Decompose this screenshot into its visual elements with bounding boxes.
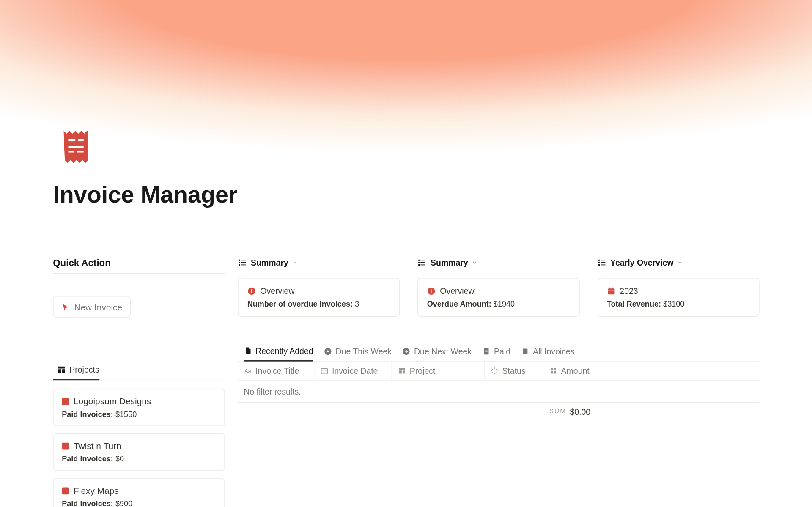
chevron-down-icon bbox=[677, 260, 683, 266]
tab-label: Due Next Week bbox=[414, 346, 472, 356]
tab-paid[interactable]: Paid bbox=[482, 346, 510, 361]
divider bbox=[53, 273, 225, 274]
chevron-down-icon bbox=[292, 260, 298, 266]
svg-rect-10 bbox=[241, 264, 246, 265]
svg-point-25 bbox=[598, 262, 600, 263]
svg-text:Aa: Aa bbox=[244, 368, 252, 374]
column-label: Invoice Date bbox=[332, 366, 378, 375]
new-invoice-button[interactable]: New Invoice bbox=[53, 296, 130, 318]
projects-tab-label: Projects bbox=[69, 365, 99, 374]
view-header-yearly[interactable]: Yearly Overview bbox=[597, 258, 759, 267]
card-title: 2023 bbox=[620, 286, 638, 296]
svg-point-45 bbox=[494, 373, 495, 374]
svg-rect-52 bbox=[554, 371, 556, 374]
svg-rect-3 bbox=[68, 151, 74, 152]
card-title: Overview bbox=[440, 286, 474, 296]
svg-rect-28 bbox=[601, 264, 605, 265]
download-circle-icon bbox=[324, 347, 332, 355]
project-name: Flexy Maps bbox=[74, 485, 119, 496]
view-header-summary-1[interactable]: Summary bbox=[238, 258, 400, 267]
svg-rect-50 bbox=[554, 368, 556, 370]
cursor-icon bbox=[61, 303, 69, 311]
tab-due-next-week[interactable]: Due Next Week bbox=[402, 346, 472, 361]
svg-rect-19 bbox=[421, 264, 425, 265]
card-meta-value: $1940 bbox=[494, 300, 515, 309]
list-icon bbox=[417, 258, 427, 267]
tab-label: Paid bbox=[494, 346, 510, 356]
svg-rect-12 bbox=[251, 288, 252, 289]
column-project[interactable]: Project bbox=[392, 362, 485, 381]
svg-point-18 bbox=[418, 264, 420, 266]
svg-point-42 bbox=[496, 369, 497, 370]
svg-rect-29 bbox=[608, 288, 614, 294]
svg-rect-24 bbox=[601, 260, 605, 260]
paid-invoices-label: Paid Invoices: bbox=[62, 455, 115, 463]
svg-point-27 bbox=[598, 264, 600, 266]
calendar-icon bbox=[320, 367, 328, 375]
paid-invoices-label: Paid Invoices: bbox=[62, 410, 115, 419]
svg-point-5 bbox=[239, 259, 240, 261]
column-amount[interactable]: Amount bbox=[543, 362, 760, 381]
project-card[interactable]: Twist n Turn Paid Invoices: $0 bbox=[53, 433, 225, 471]
svg-rect-39 bbox=[321, 368, 328, 374]
tab-label: Due This Week bbox=[336, 346, 392, 356]
svg-rect-8 bbox=[241, 262, 246, 263]
svg-point-41 bbox=[494, 367, 495, 368]
svg-point-16 bbox=[418, 262, 420, 263]
loading-icon bbox=[491, 367, 499, 375]
paid-invoices-value: $1550 bbox=[115, 410, 137, 419]
svg-rect-32 bbox=[612, 287, 613, 289]
svg-point-46 bbox=[492, 372, 493, 373]
view-header-label: Yearly Overview bbox=[610, 258, 674, 267]
sum-label: SUM bbox=[549, 407, 566, 417]
svg-rect-15 bbox=[421, 260, 425, 260]
list-icon bbox=[597, 258, 606, 267]
svg-rect-49 bbox=[551, 368, 553, 370]
column-label: Amount bbox=[561, 366, 590, 375]
arrow-circle-icon bbox=[402, 347, 410, 355]
tab-due-this-week[interactable]: Due This Week bbox=[324, 346, 392, 361]
column-invoice-date[interactable]: Invoice Date bbox=[314, 362, 392, 381]
tab-label: All Invoices bbox=[533, 346, 575, 356]
svg-rect-31 bbox=[609, 287, 610, 289]
view-header-label: Summary bbox=[431, 258, 468, 267]
calendar-icon bbox=[607, 286, 616, 295]
number-icon bbox=[549, 367, 557, 375]
column-label: Project bbox=[410, 366, 436, 375]
projects-tab[interactable]: Projects bbox=[53, 365, 99, 380]
project-card[interactable]: Flexy Maps Paid Invoices: $900 bbox=[53, 478, 225, 507]
card-meta-label: Total Revenue: bbox=[607, 300, 663, 309]
book-icon bbox=[521, 347, 529, 355]
quick-action-heading: Quick Action bbox=[53, 258, 225, 269]
column-label: Status bbox=[502, 366, 525, 375]
paid-invoices-label: Paid Invoices: bbox=[62, 499, 115, 507]
svg-point-47 bbox=[491, 370, 492, 371]
project-card[interactable]: Logoipsum Designs Paid Invoices: $1550 bbox=[53, 389, 225, 426]
summary-card-overdue-amount[interactable]: Overview Overdue Amount: $1940 bbox=[417, 278, 579, 317]
svg-rect-13 bbox=[251, 290, 252, 293]
svg-rect-21 bbox=[431, 288, 432, 289]
svg-point-14 bbox=[418, 259, 420, 261]
table-icon bbox=[57, 365, 66, 374]
svg-rect-6 bbox=[241, 260, 246, 260]
card-meta-value: $3100 bbox=[663, 300, 684, 309]
tab-all-invoices[interactable]: All Invoices bbox=[521, 346, 574, 361]
chevron-down-icon bbox=[472, 260, 477, 266]
card-meta-label: Overdue Amount: bbox=[427, 300, 494, 309]
yearly-card[interactable]: 2023 Total Revenue: $3100 bbox=[597, 278, 759, 317]
view-header-summary-2[interactable]: Summary bbox=[417, 258, 579, 267]
svg-point-23 bbox=[598, 259, 600, 261]
sum-value: $0.00 bbox=[570, 407, 590, 417]
tab-recently-added[interactable]: Recently Added bbox=[244, 346, 313, 361]
svg-point-9 bbox=[239, 264, 240, 266]
relation-icon bbox=[398, 367, 406, 375]
column-status[interactable]: Status bbox=[485, 362, 543, 381]
tab-label: Recently Added bbox=[255, 346, 313, 355]
svg-rect-36 bbox=[485, 349, 488, 350]
summary-card-overdue-count[interactable]: Overview Number of overdue Invoices: 3 bbox=[238, 278, 400, 317]
project-name: Twist n Turn bbox=[74, 441, 121, 451]
receipt-icon bbox=[482, 347, 490, 355]
column-invoice-title[interactable]: Aa Invoice Title bbox=[238, 362, 314, 381]
info-icon bbox=[247, 286, 256, 295]
svg-rect-51 bbox=[551, 371, 553, 374]
